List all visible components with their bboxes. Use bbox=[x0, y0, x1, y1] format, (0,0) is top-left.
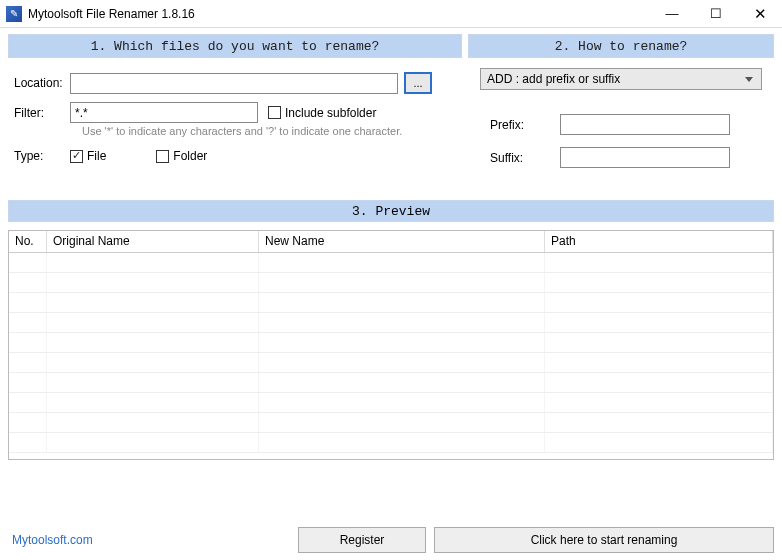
table-row bbox=[9, 253, 773, 273]
rename-mode-dropdown[interactable]: ADD : add prefix or suffix bbox=[480, 68, 762, 90]
prefix-label: Prefix: bbox=[490, 118, 540, 132]
table-row bbox=[9, 333, 773, 353]
location-input[interactable] bbox=[70, 73, 398, 94]
window-title: Mytoolsoft File Renamer 1.8.16 bbox=[28, 7, 650, 21]
register-button[interactable]: Register bbox=[298, 527, 426, 553]
rename-mode-selected: ADD : add prefix or suffix bbox=[487, 72, 620, 86]
type-label: Type: bbox=[14, 149, 70, 163]
type-file-box[interactable] bbox=[70, 150, 83, 163]
prefix-input[interactable] bbox=[560, 114, 730, 135]
brand-link[interactable]: Mytoolsoft.com bbox=[8, 533, 290, 547]
maximize-button[interactable]: ☐ bbox=[694, 0, 738, 28]
start-renaming-button[interactable]: Click here to start renaming bbox=[434, 527, 774, 553]
include-subfolder-checkbox[interactable]: Include subfolder bbox=[268, 106, 376, 120]
include-subfolder-box[interactable] bbox=[268, 106, 281, 119]
table-row bbox=[9, 313, 773, 333]
table-row bbox=[9, 393, 773, 413]
app-icon: ✎ bbox=[6, 6, 22, 22]
type-file-label: File bbox=[87, 149, 106, 163]
col-no[interactable]: No. bbox=[9, 231, 47, 252]
table-row bbox=[9, 273, 773, 293]
section1-header: 1. Which files do you want to rename? bbox=[8, 34, 462, 58]
filter-hint: Use '*' to indicate any characters and '… bbox=[82, 125, 460, 137]
location-label: Location: bbox=[14, 76, 70, 90]
table-row bbox=[9, 293, 773, 313]
title-bar: ✎ Mytoolsoft File Renamer 1.8.16 — ☐ ✕ bbox=[0, 0, 782, 28]
table-row bbox=[9, 433, 773, 453]
table-body[interactable] bbox=[9, 253, 773, 459]
table-row bbox=[9, 353, 773, 373]
table-row bbox=[9, 373, 773, 393]
type-folder-label: Folder bbox=[173, 149, 207, 163]
col-path[interactable]: Path bbox=[545, 231, 773, 252]
col-original-name[interactable]: Original Name bbox=[47, 231, 259, 252]
section2-header: 2. How to rename? bbox=[468, 34, 774, 58]
type-folder-checkbox[interactable]: Folder bbox=[156, 149, 207, 163]
table-row bbox=[9, 413, 773, 433]
suffix-input[interactable] bbox=[560, 147, 730, 168]
preview-table: No. Original Name New Name Path bbox=[8, 230, 774, 460]
type-file-checkbox[interactable]: File bbox=[70, 149, 106, 163]
filter-input[interactable] bbox=[70, 102, 258, 123]
browse-button[interactable]: ... bbox=[404, 72, 432, 94]
type-folder-box[interactable] bbox=[156, 150, 169, 163]
footer: Mytoolsoft.com Register Click here to st… bbox=[0, 520, 782, 560]
table-header-row: No. Original Name New Name Path bbox=[9, 231, 773, 253]
section3-header: 3. Preview bbox=[8, 200, 774, 222]
close-button[interactable]: ✕ bbox=[738, 0, 782, 28]
suffix-label: Suffix: bbox=[490, 151, 540, 165]
include-subfolder-label: Include subfolder bbox=[285, 106, 376, 120]
minimize-button[interactable]: — bbox=[650, 0, 694, 28]
filter-label: Filter: bbox=[14, 106, 70, 120]
col-new-name[interactable]: New Name bbox=[259, 231, 545, 252]
